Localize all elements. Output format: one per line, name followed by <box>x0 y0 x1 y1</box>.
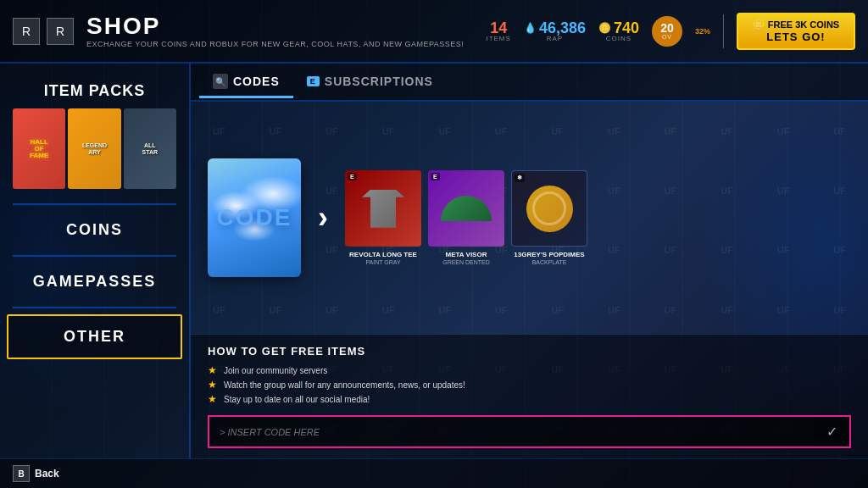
code-submit-button[interactable]: ✓ <box>815 415 851 448</box>
star-icon-3: ★ <box>208 393 217 405</box>
check-icon: ✓ <box>826 424 837 440</box>
item-visor-badge: E <box>431 173 440 180</box>
codes-tab-icon: 🔍 <box>213 74 228 89</box>
stat-items: 14 ITEMS <box>486 20 510 42</box>
subscriptions-tab-label: SUBSCRIPTIONS <box>325 75 433 88</box>
other-nav-label: OTHER <box>21 328 168 346</box>
stat-rap: 💧 46,386 RAP <box>524 20 586 42</box>
how-to-item-2: ★ Watch the group wall for any announcem… <box>208 379 851 391</box>
item-cards: E REVOLTA LONG TEE PAINT GRAY E META VIS… <box>345 170 587 265</box>
how-to-item-1: ★ Join our community servers <box>208 364 851 376</box>
sidebar-item-coins[interactable]: COINS <box>0 209 189 251</box>
item-card-visor-img: E <box>428 170 504 247</box>
free-coins-label: 🪙 FREE 3K COINS <box>753 19 839 30</box>
back-label: Back <box>35 468 59 480</box>
stat-ov: 20 OV <box>652 16 682 47</box>
stat-separator <box>723 14 724 48</box>
header: R R SHOP EXCHANGE YOUR COINS AND ROBUX F… <box>0 0 868 64</box>
header-stats: 14 ITEMS 💧 46,386 RAP 🪙 740 COINS 20 OV … <box>486 14 724 48</box>
pack-card-allstar[interactable]: ALLSTAR <box>124 108 176 189</box>
logo-box-2: R <box>47 18 74 45</box>
sidebar-item-other[interactable]: OTHER <box>7 314 182 359</box>
code-card-text: CODE <box>217 204 292 231</box>
item-packs-label: ITEM PACKS <box>13 82 176 100</box>
packs-grid: HALLOFFAME LEGENDARY ALLSTAR <box>13 108 176 189</box>
pack-card-legendary[interactable]: LEGENDARY <box>68 108 120 189</box>
gamepasses-nav-label: GAMEPASSES <box>13 273 176 291</box>
chevron-right-icon: › <box>318 200 328 236</box>
sidebar: ITEM PACKS HALLOFFAME LEGENDARY ALLSTAR <box>0 64 191 458</box>
header-title-area: SHOP EXCHANGE YOUR COINS AND ROBUX FOR N… <box>86 14 486 48</box>
pack-card-hof[interactable]: HALLOFFAME <box>13 108 65 189</box>
page-subtitle: EXCHANGE YOUR COINS AND ROBUX FOR NEW GE… <box>86 40 486 48</box>
item-card-visor: E META VISOR GREEN DENTED <box>428 170 504 265</box>
item-backplate-subname: BACKPLATE <box>532 259 567 265</box>
info-section: HOW TO GET FREE ITEMS ★ Join our communi… <box>191 334 868 458</box>
sidebar-item-packs[interactable]: ITEM PACKS HALLOFFAME LEGENDARY ALLSTAR <box>0 72 189 199</box>
coins-icon: 🪙 <box>598 23 611 33</box>
pack-allstar-label: ALLSTAR <box>141 141 160 157</box>
item-card-backplate-img: ❄ <box>511 170 587 247</box>
stat-coins: 🪙 740 COINS <box>598 20 639 42</box>
logo-box-1: R <box>13 18 40 45</box>
how-to-text-1: Join our community servers <box>224 366 327 375</box>
tab-subscriptions[interactable]: E SUBSCRIPTIONS <box>293 68 447 97</box>
code-input-area: ✓ <box>208 415 851 448</box>
subscriptions-tab-badge: E <box>307 76 320 86</box>
codes-tab-label: CODES <box>233 75 280 88</box>
star-icon-2: ★ <box>208 379 217 391</box>
logo-area: R R <box>13 18 74 45</box>
page-title: SHOP <box>86 14 486 38</box>
rap-icon: 💧 <box>524 23 537 33</box>
footer: B Back <box>0 458 868 488</box>
item-tee-name: REVOLTA LONG TEE <box>349 251 417 259</box>
code-panel: UF UF UF UF UF UF UF UF UF UF UF UF UF U… <box>191 102 868 458</box>
item-backplate-name: 13GREY'S POPDIMES <box>514 251 584 259</box>
how-to-text-3: Stay up to date on all our social media! <box>224 395 370 404</box>
tabs-bar: 🔍 CODES E SUBSCRIPTIONS <box>191 64 868 102</box>
backplate-inner <box>532 191 566 225</box>
free-coins-cta: LETS GO! <box>766 30 825 43</box>
main-content: ITEM PACKS HALLOFFAME LEGENDARY ALLSTAR <box>0 64 868 458</box>
how-to-text-2: Watch the group wall for any announcemen… <box>224 380 465 390</box>
pack-hof-label: HALLOFFAME <box>30 139 48 159</box>
content-area: 🔍 CODES E SUBSCRIPTIONS UF UF UF UF UF U… <box>191 64 868 458</box>
star-icon-1: ★ <box>208 364 217 376</box>
item-visor-subname: GREEN DENTED <box>442 259 490 265</box>
sidebar-divider-2 <box>13 255 176 257</box>
coins-nav-label: COINS <box>13 221 176 239</box>
item-card-tee: E REVOLTA LONG TEE PAINT GRAY <box>345 170 421 265</box>
sidebar-item-gamepasses[interactable]: GAMEPASSES <box>0 261 189 302</box>
item-tee-subname: PAINT GRAY <box>365 259 400 265</box>
item-card-backplate: ❄ 13GREY'S POPDIMES BACKPLATE <box>511 170 587 265</box>
sidebar-divider-1 <box>13 203 176 205</box>
how-to-items: ★ Join our community servers ★ Watch the… <box>208 364 851 405</box>
backplate-icon <box>526 186 573 232</box>
back-button[interactable]: B Back <box>13 465 59 482</box>
code-main-area: CODE › E REVOLTA LONG TEE PAINT GRAY <box>191 102 868 334</box>
item-visor-name: META VISOR <box>446 251 487 259</box>
visor-icon <box>441 196 492 221</box>
how-to-title: HOW TO GET FREE ITEMS <box>208 345 851 358</box>
free-coins-button[interactable]: 🪙 FREE 3K COINS LETS GO! <box>737 13 855 50</box>
item-tee-badge: E <box>348 173 357 180</box>
code-input[interactable] <box>208 415 815 448</box>
code-card: CODE <box>208 158 301 277</box>
how-to-item-3: ★ Stay up to date on all our social medi… <box>208 393 851 405</box>
tab-codes[interactable]: 🔍 CODES <box>199 67 293 98</box>
item-backplate-badge: ❄ <box>515 174 525 182</box>
pack-legendary-label: LEGENDARY <box>81 141 108 157</box>
ov-percent: 32% <box>695 27 710 36</box>
tee-icon <box>362 190 404 228</box>
sidebar-divider-3 <box>13 307 176 308</box>
back-icon: B <box>13 465 30 482</box>
item-card-tee-img: E <box>345 170 421 247</box>
